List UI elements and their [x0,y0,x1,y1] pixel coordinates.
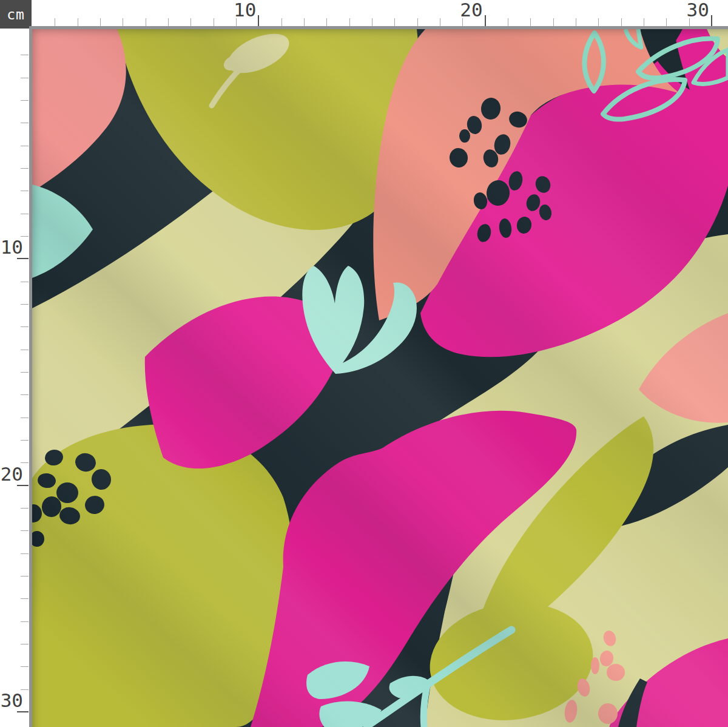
ruler-vertical: 102030 [0,29,29,727]
fabric-fold-sheen [32,29,728,727]
ruler-tick-h-28cm [666,18,667,26]
ruler-tick-v-26cm [21,621,29,622]
ruler-tick-v-13cm [21,326,29,327]
ruler-unit-box: cm [0,0,32,29]
ruler-label-v-10cm: 10 [0,238,23,257]
ruler-label-v-20cm: 20 [0,465,23,484]
ruler-tick-v-4cm [21,123,29,123]
ruler-tick-v-27cm [21,644,29,644]
ruler-label-h-30cm: 30 [682,1,709,19]
ruler-horizontal: 102030 [32,0,728,26]
ruler-tick-v-22cm [21,530,29,531]
ruler-tick-v-15cm [21,372,29,373]
ruler-tick-h-13cm [326,18,327,26]
ruler-tick-h-6cm [168,18,169,26]
ruler-tick-v-14cm [21,350,29,350]
ruler-tick-v-30cm [17,711,29,712]
ruler-tick-h-15cm [372,18,372,26]
ruler-tick-v-12cm [21,304,29,305]
ruler-tick-h-4cm [123,18,123,26]
fabric-preview-window: cm 102030 102030 [0,0,728,727]
ruler-tick-h-5cm [146,18,146,26]
ruler-tick-v-18cm [21,440,29,441]
ruler-tick-h-27cm [644,18,644,26]
ruler-label-v-30cm: 30 [0,691,23,710]
ruler-tick-h-24cm [576,18,576,26]
ruler-tick-v-24cm [21,576,29,577]
ruler-tick-v-28cm [21,666,29,667]
ruler-tick-v-23cm [21,553,29,554]
ruler-tick-v-3cm [21,100,29,101]
ruler-tick-v-2cm [21,78,29,78]
ruler-tick-h-18cm [440,18,440,26]
ruler-tick-h-11cm [281,18,282,26]
fabric-artwork [32,29,728,727]
ruler-tick-v-10cm [17,258,29,259]
ruler-tick-h-26cm [621,18,622,26]
ruler-tick-h-30cm [711,15,712,26]
ruler-tick-v-25cm [21,598,29,599]
ruler-tick-h-21cm [508,18,508,26]
ruler-tick-h-22cm [530,18,531,26]
ruler-tick-v-16cm [21,394,29,395]
ruler-unit-label: cm [7,7,25,22]
ruler-tick-h-16cm [394,18,395,26]
ruler-tick-h-14cm [349,18,350,26]
ruler-tick-h-7cm [190,18,191,26]
ruler-tick-v-8cm [21,214,29,214]
fabric-swatch [32,29,728,727]
ruler-tick-v-11cm [21,282,29,282]
ruler-tick-v-21cm [21,508,29,509]
ruler-label-h-20cm: 20 [456,1,483,19]
ruler-tick-h-10cm [258,15,259,26]
ruler-tick-h-25cm [598,18,599,26]
ruler-tick-h-17cm [417,18,418,26]
ruler-tick-v-20cm [17,485,29,486]
ruler-tick-v-5cm [21,146,29,146]
ruler-tick-v-17cm [21,418,29,418]
ruler-tick-h-23cm [553,18,554,26]
ruler-tick-h-12cm [304,18,305,26]
ruler-tick-h-2cm [78,18,78,26]
ruler-tick-v-1cm [21,55,29,55]
ruler-tick-h-8cm [214,18,214,26]
ruler-tick-h-3cm [100,18,101,26]
ruler-label-h-10cm: 10 [229,1,256,19]
ruler-tick-h-20cm [485,15,486,26]
ruler-tick-v-6cm [21,168,29,169]
ruler-tick-v-7cm [21,191,29,191]
ruler-tick-h-1cm [55,18,55,26]
